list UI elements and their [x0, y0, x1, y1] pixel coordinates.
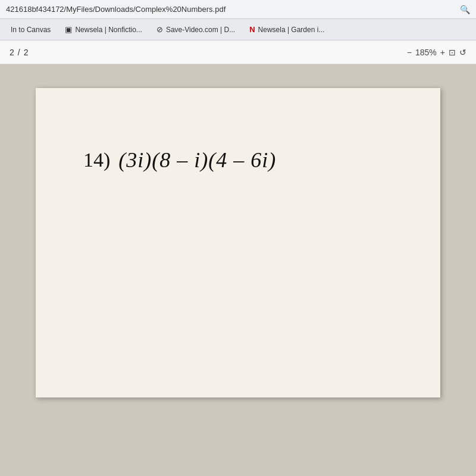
tab-canvas[interactable]: In to Canvas [5, 21, 57, 38]
tab-newsela1[interactable]: ▣ Newsela | Nonfictio... [59, 21, 148, 38]
tab-savevideo-label: Save-Video.com | D... [166, 26, 235, 34]
url-text[interactable]: 421618bf434172/MyFiles/Downloads/Complex… [6, 5, 455, 14]
zoom-minus-button[interactable]: − [407, 48, 412, 57]
tab-newsela1-icon: ▣ [65, 25, 72, 34]
pdf-page: 14) (3i)(8 – i)(4 – 6i) [36, 88, 440, 397]
tab-newsela1-label: Newsela | Nonfictio... [75, 26, 142, 34]
tab-bar: In to Canvas ▣ Newsela | Nonfictio... ⊘ … [0, 19, 476, 40]
tab-savevideo-icon: ⊘ [156, 25, 163, 34]
tab-newsela2[interactable]: N Newsela | Garden i... [243, 21, 330, 38]
rotate-button[interactable]: ↺ [459, 48, 466, 57]
page-current: 2 [10, 48, 14, 57]
page-separator: / [18, 48, 20, 57]
zoom-plus-button[interactable]: + [440, 48, 445, 57]
search-icon[interactable]: 🔍 [460, 5, 470, 14]
pdf-content-area: 14) (3i)(8 – i)(4 – 6i) [0, 64, 476, 476]
zoom-controls: − 185% + ⊡ ↺ [407, 48, 466, 57]
pdf-toolbar: 2 / 2 − 185% + ⊡ ↺ [0, 40, 476, 64]
problem-number: 14) [83, 149, 110, 171]
math-problem: 14) (3i)(8 – i)(4 – 6i) [83, 148, 393, 173]
tab-savevideo[interactable]: ⊘ Save-Video.com | D... [151, 21, 241, 38]
tab-canvas-label: In to Canvas [11, 26, 51, 34]
zoom-value: 185% [415, 48, 437, 57]
tab-newsela2-icon: N [249, 25, 255, 34]
address-bar: 421618bf434172/MyFiles/Downloads/Complex… [0, 0, 476, 19]
fit-page-button[interactable]: ⊡ [449, 48, 456, 57]
math-expression: (3i)(8 – i)(4 – 6i) [118, 148, 276, 173]
tab-newsela2-label: Newsela | Garden i... [258, 26, 325, 34]
page-total: 2 [24, 48, 29, 57]
page-info: 2 / 2 [10, 48, 28, 57]
